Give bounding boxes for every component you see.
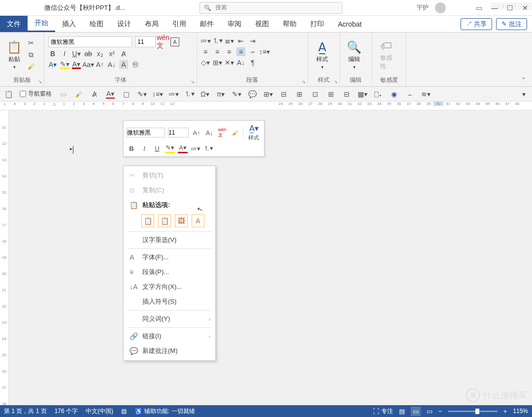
char-border-icon[interactable]: A	[170, 37, 179, 46]
tab-insert[interactable]: 插入	[55, 16, 83, 32]
editing-button[interactable]: 🔍编辑▾	[344, 35, 365, 75]
borders-icon[interactable]: ⊞▾	[213, 58, 222, 67]
cm-synonyms[interactable]: 同义词(Y)›	[124, 312, 215, 326]
tab-design[interactable]: 设计	[110, 16, 138, 32]
qb-merge-icon[interactable]: ⊡	[311, 90, 320, 99]
mini-italic-icon[interactable]: I	[139, 143, 149, 153]
enclose-char-icon[interactable]: ㊕	[131, 60, 140, 69]
minimize-icon[interactable]: —	[491, 4, 498, 12]
qb-font-color-icon[interactable]: A▾	[106, 90, 115, 99]
clear-format-icon[interactable]: A̷	[119, 49, 128, 58]
numbering-icon[interactable]: ⒈▾	[213, 36, 222, 45]
superscript-icon[interactable]: x²	[107, 49, 116, 58]
page-count[interactable]: 第 1 页，共 1 页	[4, 407, 47, 416]
qb-table-icon[interactable]: ⊞▾	[264, 90, 272, 99]
ribbon-options-icon[interactable]: ▭	[476, 4, 482, 12]
maximize-icon[interactable]: ☐	[507, 4, 513, 12]
shading-icon[interactable]: ◇▾	[201, 58, 210, 67]
qb-format-painter-icon[interactable]: 🖌	[74, 90, 83, 99]
qb-line-spacing-icon[interactable]: ↕≡▾	[153, 90, 162, 99]
italic-icon[interactable]: I	[60, 49, 69, 58]
phonetic-guide-icon[interactable]: wén文	[159, 37, 167, 46]
cm-font[interactable]: A字体(F)...	[124, 250, 215, 265]
highlight-icon[interactable]: ✎▾	[60, 60, 69, 69]
strikethrough-icon[interactable]: ab	[84, 49, 93, 58]
qb-delete-cells-icon[interactable]: ⊟	[342, 90, 351, 99]
zoom-slider[interactable]	[448, 411, 498, 412]
tab-help[interactable]: 帮助	[276, 16, 303, 32]
qb-comment-icon[interactable]: 💬	[248, 90, 257, 99]
cut-icon[interactable]: ✂	[27, 38, 35, 47]
paste-button[interactable]: 📋 粘贴 ▾	[4, 35, 25, 75]
mini-bullets-icon[interactable]: ≔▾	[191, 143, 200, 153]
collapse-ribbon-icon[interactable]: ⌃	[521, 76, 526, 83]
qb-more-icon[interactable]: ▾	[519, 90, 528, 99]
mini-grow-font-icon[interactable]: A↑	[192, 128, 201, 138]
tab-draw[interactable]: 绘图	[83, 16, 110, 32]
cm-text-direction[interactable]: ↓A文字方向(X)...	[124, 279, 215, 294]
user-name[interactable]: 宇护	[417, 3, 429, 12]
qb-select-icon[interactable]: ▭	[59, 90, 67, 99]
qb-numbering-icon[interactable]: ⒈▾	[185, 90, 194, 99]
font-name-select[interactable]	[48, 36, 132, 47]
qb-bullets-icon[interactable]: ≔▾	[169, 90, 178, 99]
mini-underline-icon[interactable]: U	[152, 143, 162, 153]
nav-pane-checkbox[interactable]: 导航窗格	[20, 90, 52, 98]
mini-highlight-icon[interactable]: ✎▾	[165, 143, 175, 153]
zoom-level[interactable]: 115%	[513, 408, 528, 415]
mini-font-name[interactable]	[127, 128, 165, 138]
qb-split-icon[interactable]: ⊞	[327, 90, 335, 99]
qb-header-icon[interactable]: ⎕▾	[374, 90, 383, 99]
close-icon[interactable]: ✕	[522, 4, 528, 12]
horizontal-ruler[interactable]: L4321△1234567891011122425262728293031323…	[0, 102, 532, 110]
vertical-ruler[interactable]: 111213141516171819202122232425262728	[0, 110, 9, 405]
qb-record-icon[interactable]: ◉	[390, 90, 399, 99]
document-area[interactable]: 111213141516171819202122232425262728	[0, 110, 532, 405]
format-painter-icon[interactable]: 🖌	[27, 62, 35, 71]
mini-shrink-font-icon[interactable]: A↓	[204, 128, 214, 138]
underline-icon[interactable]: U▾	[72, 49, 81, 58]
tab-review[interactable]: 审阅	[221, 16, 248, 32]
decrease-indent-icon[interactable]: ⇤	[236, 36, 245, 45]
distribute-icon[interactable]: ⫟	[248, 47, 257, 56]
tab-view[interactable]: 视图	[248, 16, 276, 32]
tab-layout[interactable]: 布局	[138, 16, 166, 32]
paragraph-launcher-icon[interactable]: ↘	[301, 79, 305, 84]
language[interactable]: 中文(中国)	[86, 407, 113, 416]
tab-mailings[interactable]: 邮件	[193, 16, 221, 32]
accessibility[interactable]: ♿辅助功能: 一切就绪	[134, 407, 195, 416]
qb-highlight-icon[interactable]: ✎▾	[137, 90, 146, 99]
asian-layout-icon[interactable]: ✕▾	[225, 58, 233, 67]
web-layout-icon[interactable]: ▭	[427, 408, 432, 415]
qb-char-border-icon[interactable]: ▢	[122, 90, 131, 99]
zoom-in-icon[interactable]: +	[503, 408, 507, 415]
paste-text-icon[interactable]: A	[192, 214, 204, 227]
paste-keep-source-icon[interactable]: 📋	[141, 214, 154, 227]
tab-acrobat[interactable]: Acrobat	[331, 16, 368, 32]
print-layout-icon[interactable]: ▭	[411, 407, 421, 416]
sort-icon[interactable]: A↓	[236, 58, 245, 67]
mini-bold-icon[interactable]: B	[127, 143, 136, 153]
show-marks-icon[interactable]: ¶	[248, 58, 257, 67]
increase-indent-icon[interactable]: ⇥	[248, 36, 257, 45]
macro-icon[interactable]: ▤	[121, 408, 127, 415]
cm-link[interactable]: 🔗链接(I)›	[124, 329, 215, 344]
bullets-icon[interactable]: ≔▾	[201, 36, 210, 45]
justify-icon[interactable]: ≡	[236, 47, 245, 56]
multilevel-icon[interactable]: ≣▾	[225, 36, 233, 45]
mini-phonetic-icon[interactable]: wén文	[217, 128, 227, 138]
search-box[interactable]: 🔍 搜索	[200, 2, 342, 14]
avatar[interactable]	[435, 2, 446, 13]
qb-wrap-icon[interactable]: ≋▾	[421, 90, 430, 99]
text-effects-icon[interactable]: A▾	[48, 60, 57, 69]
qb-clear-format-icon[interactable]: A̷	[90, 90, 99, 99]
mini-font-color-icon[interactable]: A▾	[178, 143, 188, 153]
styles-button[interactable]: A̲样式▾	[312, 35, 332, 75]
zoom-out-icon[interactable]: −	[438, 408, 442, 415]
change-case-icon[interactable]: Aa▾	[84, 60, 93, 69]
cm-insert-symbol[interactable]: 插入符号(S)	[124, 294, 215, 309]
qb-insert-row-icon[interactable]: ⊟	[279, 90, 288, 99]
shrink-font-icon[interactable]: A↓	[107, 60, 116, 69]
word-count[interactable]: 176 个字	[55, 407, 78, 416]
font-launcher-icon[interactable]: ↘	[191, 79, 195, 84]
